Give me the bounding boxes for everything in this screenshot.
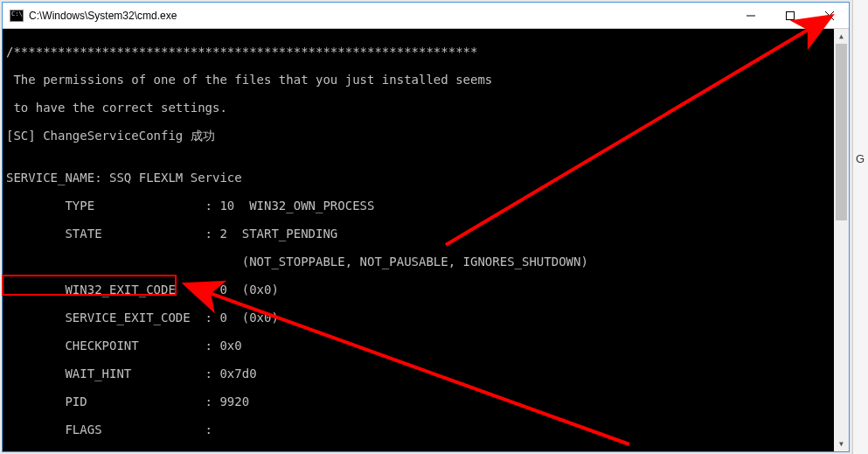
svg-rect-1 <box>786 11 794 19</box>
titlebar[interactable]: C:\Windows\System32\cmd.exe <box>3 3 849 29</box>
scroll-down-button[interactable]: ▼ <box>834 437 849 451</box>
output-line: TYPE : 10 WIN32_OWN_PROCESS <box>6 199 845 213</box>
output-line: WIN32_EXIT_CODE : 0 (0x0) <box>6 283 845 297</box>
vertical-scrollbar[interactable]: ▲ ▼ <box>834 29 849 451</box>
output-line: SERVICE_EXIT_CODE : 0 (0x0) <box>6 311 845 325</box>
output-line: tr: warning: an unescaped backslash at e… <box>6 451 845 451</box>
maximize-button[interactable] <box>770 3 809 28</box>
output-line: (NOT_STOPPABLE, NOT_PAUSABLE, IGNORES_SH… <box>6 255 845 269</box>
side-label: G <box>856 152 865 165</box>
output-line: SERVICE_NAME: SSQ FLEXLM Service <box>6 171 845 185</box>
output-line: CHECKPOINT : 0x0 <box>6 339 845 353</box>
minimize-button[interactable] <box>731 3 770 28</box>
output-line: The permissions of one of the files that… <box>6 73 845 87</box>
close-button[interactable] <box>809 3 849 28</box>
cmd-window: C:\Windows\System32\cmd.exe /***********… <box>2 2 850 452</box>
terminal-output[interactable]: /***************************************… <box>3 29 849 451</box>
window-title: C:\Windows\System32\cmd.exe <box>29 10 731 22</box>
background-panel: G <box>852 0 868 454</box>
output-line: PID : 9920 <box>6 395 845 409</box>
cmd-icon <box>10 10 24 22</box>
output-line: to have the correct settings. <box>6 101 845 115</box>
output-line: [SC] ChangeServiceConfig 成功 <box>6 129 845 143</box>
scroll-thumb[interactable] <box>836 44 847 220</box>
scroll-track[interactable] <box>834 44 849 437</box>
output-line: STATE : 2 START_PENDING <box>6 227 845 241</box>
output-line: /***************************************… <box>6 45 845 59</box>
output-line: WAIT_HINT : 0x7d0 <box>6 367 845 381</box>
output-line: FLAGS : <box>6 423 845 437</box>
scroll-up-button[interactable]: ▲ <box>834 29 849 44</box>
